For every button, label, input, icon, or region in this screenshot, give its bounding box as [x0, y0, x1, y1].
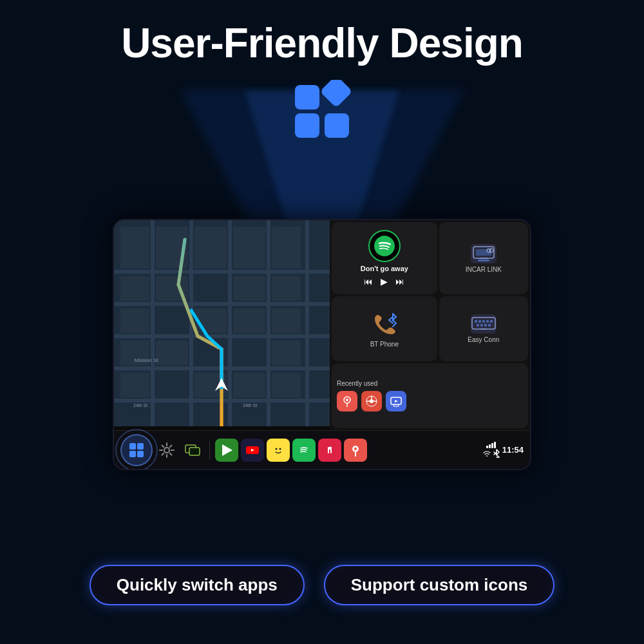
maps-recent-icon[interactable]	[337, 391, 357, 412]
recently-used-card: Recently used	[332, 363, 528, 428]
svg-point-81	[354, 448, 357, 450]
play-store-taskbar-icon[interactable]	[215, 439, 238, 462]
svg-rect-15	[120, 227, 149, 269]
svg-rect-67	[129, 451, 136, 457]
recently-icons	[337, 391, 406, 412]
wifi-icon	[483, 450, 491, 457]
bar-1	[486, 446, 488, 448]
svg-rect-57	[488, 324, 491, 327]
right-mid-row: BT Phone	[332, 296, 528, 361]
easyconn-card[interactable]: Easy Conn	[439, 296, 528, 361]
easyconn-icon	[471, 314, 497, 334]
svg-rect-66	[137, 443, 144, 450]
bt-phone-icon	[368, 310, 401, 338]
taskbar: 11:54	[114, 430, 530, 469]
taskbar-time-area: 11:54	[483, 442, 524, 458]
svg-marker-72	[222, 444, 232, 456]
tv-recent-icon[interactable]	[386, 391, 406, 412]
svg-rect-54	[477, 324, 479, 327]
bt-phone-card[interactable]: BT Phone	[332, 296, 437, 361]
feature-badges: Quickly switch apps Support custom icons	[90, 565, 554, 605]
svg-rect-50	[478, 320, 481, 323]
svg-rect-19	[272, 227, 301, 269]
youtube-taskbar-icon[interactable]	[241, 439, 264, 462]
svg-rect-27	[272, 308, 301, 333]
svg-rect-49	[475, 320, 477, 323]
svg-rect-1	[320, 80, 353, 108]
emoji-taskbar-icon[interactable]	[267, 439, 290, 462]
svg-rect-2	[295, 113, 319, 138]
quickly-switch-badge: Quickly switch apps	[90, 565, 305, 605]
svg-rect-20	[120, 276, 149, 301]
recently-label: Recently used	[337, 380, 377, 387]
bar-2	[489, 444, 491, 448]
bar-3	[491, 443, 493, 448]
svg-rect-31	[120, 373, 149, 397]
svg-text:24th St: 24th St	[243, 403, 257, 408]
spotify-icon	[368, 230, 401, 262]
car-screen: Mission St 24th St 24th St	[113, 219, 531, 470]
cellular-signal	[486, 442, 496, 448]
svg-rect-26	[233, 308, 265, 333]
svg-rect-17	[194, 227, 227, 269]
svg-point-75	[272, 444, 284, 456]
playback-controls: ⏮ ▶ ⏭	[364, 276, 404, 287]
svg-rect-24	[120, 308, 149, 333]
right-top-row: Don't go away ⏮ ▶ ⏭	[332, 222, 528, 294]
svg-rect-0	[295, 85, 319, 109]
svg-point-60	[346, 399, 348, 401]
svg-rect-51	[482, 320, 485, 323]
play-button[interactable]: ▶	[381, 276, 388, 287]
chrome-recent-icon[interactable]	[361, 391, 382, 412]
maps-taskbar-icon[interactable]	[344, 439, 367, 462]
svg-rect-3	[325, 113, 349, 138]
incar-card[interactable]: INCAR LINK	[439, 222, 528, 294]
svg-rect-52	[486, 320, 489, 323]
screen-main: Mission St 24th St 24th St	[114, 220, 530, 430]
svg-point-76	[276, 448, 278, 450]
svg-rect-30	[272, 341, 301, 365]
svg-rect-68	[137, 451, 144, 457]
taskbar-divider	[209, 440, 210, 460]
svg-rect-53	[490, 320, 493, 323]
bar-4	[494, 442, 496, 448]
svg-rect-55	[480, 324, 483, 327]
map-svg: Mission St 24th St 24th St	[114, 220, 330, 426]
easyconn-label: Easy Conn	[468, 336, 499, 343]
app-switcher-taskbar-icon[interactable]	[181, 439, 204, 462]
wifi-bt-icons	[483, 449, 500, 458]
svg-rect-48	[472, 317, 495, 329]
next-button[interactable]: ⏭	[395, 276, 404, 287]
incar-label: INCAR LINK	[466, 266, 502, 273]
svg-rect-22	[233, 276, 265, 301]
custom-icons-badge: Support custom icons	[324, 565, 554, 605]
svg-rect-71	[189, 448, 200, 455]
svg-point-78	[298, 444, 310, 456]
right-panel: Don't go away ⏮ ▶ ⏭	[330, 220, 530, 430]
svg-rect-65	[129, 443, 136, 450]
svg-rect-33	[233, 373, 265, 397]
apps-button[interactable]	[120, 434, 153, 466]
spotify-taskbar-icon[interactable]	[292, 439, 316, 462]
music-taskbar-icon[interactable]	[318, 439, 341, 462]
incar-icon	[471, 244, 497, 263]
svg-rect-34	[272, 373, 301, 397]
svg-text:Mission St: Mission St	[135, 357, 159, 363]
settings-taskbar-icon[interactable]	[155, 439, 178, 462]
signal-indicators	[483, 442, 500, 458]
page-title: User-Friendly Design	[121, 19, 523, 67]
svg-marker-64	[395, 400, 398, 402]
map-area: Mission St 24th St 24th St	[114, 220, 330, 426]
bt-phone-label: BT Phone	[370, 341, 399, 348]
spotify-card: Don't go away ⏮ ▶ ⏭	[332, 222, 437, 294]
song-title: Don't go away	[361, 265, 408, 272]
svg-rect-29	[156, 341, 188, 365]
app-grid-logo	[290, 80, 354, 140]
svg-rect-43	[478, 260, 489, 261]
car-screen-wrapper: Mission St 24th St 24th St	[113, 219, 531, 470]
clock: 11:54	[502, 445, 524, 455]
svg-point-79	[324, 444, 336, 456]
svg-point-77	[279, 448, 281, 450]
prev-button[interactable]: ⏮	[364, 276, 373, 287]
right-bottom-row: Recently used	[332, 363, 528, 428]
